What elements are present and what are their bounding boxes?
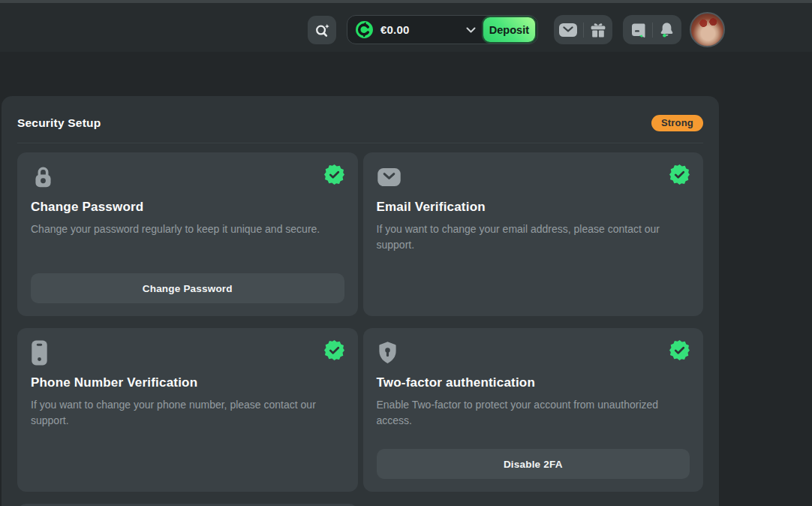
disable-2fa-button[interactable]: Disable 2FA bbox=[377, 449, 690, 479]
password-strength-badge: Strong bbox=[651, 115, 703, 131]
lock-icon bbox=[31, 164, 56, 190]
verified-badge-icon bbox=[324, 340, 344, 360]
mail-icon bbox=[558, 23, 578, 38]
card-description: Enable Two-factor to protect your accoun… bbox=[377, 397, 690, 429]
avatar[interactable] bbox=[690, 12, 725, 47]
notifications-button[interactable] bbox=[653, 15, 682, 44]
change-password-button[interactable]: Change Password bbox=[31, 273, 344, 303]
card-description: If you want to change your phone number,… bbox=[31, 397, 344, 429]
card-description: Change your password regularly to keep i… bbox=[31, 221, 344, 237]
phone-icon bbox=[31, 340, 48, 366]
search-icon bbox=[314, 22, 331, 39]
verified-badge-icon bbox=[669, 340, 690, 360]
card-title: Phone Number Verification bbox=[31, 375, 344, 390]
crypto-coin-icon bbox=[355, 20, 374, 39]
security-setup-panel: Security Setup Strong bbox=[2, 96, 719, 506]
verified-badge-icon bbox=[324, 164, 344, 185]
shield-keyhole-icon bbox=[377, 340, 398, 366]
chat-icon bbox=[628, 21, 646, 39]
deposit-button[interactable]: Deposit bbox=[483, 17, 535, 42]
gift-icon bbox=[589, 21, 607, 39]
chat-button[interactable] bbox=[623, 15, 652, 44]
card-title: Email Verification bbox=[377, 200, 690, 215]
chevron-down-icon bbox=[466, 27, 476, 33]
wallet-balance-selector[interactable]: €0.00 Deposit bbox=[347, 15, 538, 44]
card-phone-verification: Phone Number Verification If you want to… bbox=[17, 328, 358, 492]
topbar: €0.00 Deposit bbox=[0, 3, 812, 52]
verified-badge-icon bbox=[669, 164, 690, 185]
card-email-verification: Email Verification If you want to change… bbox=[363, 152, 704, 316]
panel-header: Security Setup Strong bbox=[2, 96, 719, 131]
search-button[interactable] bbox=[308, 16, 336, 44]
envelope-icon bbox=[377, 164, 401, 190]
mail-gift-group bbox=[554, 15, 612, 44]
card-title: Change Password bbox=[31, 200, 344, 215]
page-title: Security Setup bbox=[17, 116, 101, 130]
header-divider bbox=[17, 143, 703, 143]
card-change-password: Change Password Change your password reg… bbox=[17, 152, 358, 316]
card-two-factor: Two-factor authentication Enable Two-fac… bbox=[363, 328, 704, 492]
gift-button[interactable] bbox=[584, 15, 613, 44]
card-title: Two-factor authentication bbox=[377, 375, 690, 390]
security-cards-grid: Change Password Change your password reg… bbox=[17, 152, 703, 506]
balance-amount: €0.00 bbox=[380, 23, 410, 36]
chat-notifications-group bbox=[623, 15, 681, 44]
bell-icon bbox=[658, 21, 675, 39]
mail-button[interactable] bbox=[554, 15, 583, 44]
card-description: If you want to change your email address… bbox=[377, 221, 690, 253]
